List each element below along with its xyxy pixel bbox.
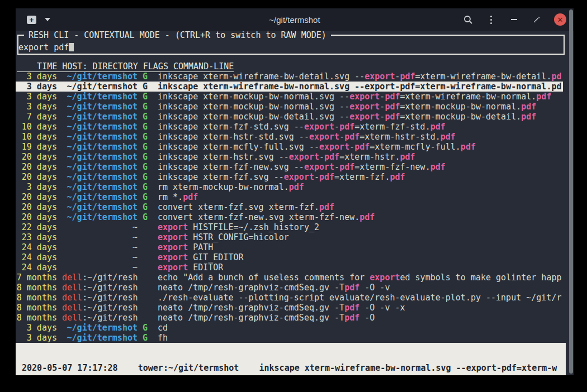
command-text: inkscape xterm-fzf.svg -- (158, 172, 284, 182)
command-match-text: pdf (385, 102, 400, 112)
row-time: 3 days (16, 182, 57, 192)
history-row[interactable]: 3 days~/git/termshotGinkscape xterm-mock… (16, 92, 563, 102)
row-command: inkscape xterm-fzf-std.svg --export-pdf=… (158, 122, 563, 132)
row-flag (143, 273, 148, 283)
command-text: echo "Add a bunch of useless comments fo… (158, 273, 370, 283)
row-command: rm xterm-mockup-bw-normal.pdf (158, 182, 563, 192)
row-time: 3 days (16, 333, 57, 343)
row-flag: G (143, 71, 148, 82)
history-row-selected[interactable]: 3 days~/git/termshotGinkscape xterm-wire… (16, 82, 563, 92)
row-command: rm *.pdf (158, 192, 563, 202)
history-row[interactable]: 22 days~export HISTFILE=~/.zsh_history_2 (16, 222, 563, 232)
command-match-text: export (319, 142, 349, 152)
maximize-button[interactable] (531, 13, 542, 26)
command-match-text: export (158, 222, 188, 232)
command-match-text: pdf (441, 132, 456, 142)
history-row[interactable]: 20 days~/git/termshotGrm *.pdf (16, 192, 563, 202)
history-row[interactable]: 3 days~/git/termshotGfh (16, 333, 563, 343)
command-text: - (319, 152, 324, 162)
minimize-button[interactable] (508, 13, 519, 26)
row-flag: G (143, 323, 148, 333)
command-text: ed symbols to make golinter happ (400, 273, 561, 283)
history-row[interactable]: 20 days~/git/termshotGinkscape xterm-hst… (16, 152, 563, 162)
row-host-directory: ~/git/termshot (62, 162, 138, 172)
history-row[interactable]: 20 days~/git/termshotGconvert xterm-fzf-… (16, 212, 563, 222)
command-text: neato /tmp/resh-graphviz-cmdSeq.gv -T (158, 283, 344, 293)
row-command: convert xterm-fzf.svg xterm-fzf.pdf (158, 202, 563, 212)
close-button[interactable]: ✕ (554, 13, 566, 26)
row-host-directory: ~ (62, 232, 138, 242)
command-text: inkscape xterm-mcfly-full.svg -- (158, 142, 319, 152)
history-row[interactable]: 3 days~/git/termshotGcd (16, 323, 563, 333)
row-host-directory: ~/git/termshot (62, 202, 138, 212)
command-text: inkscape xterm-hstr.svg -- (158, 152, 289, 162)
row-command: neato /tmp/resh-graphviz-cmdSeq.gv -Tpdf… (158, 313, 563, 323)
new-tab-icon[interactable]: + (27, 16, 36, 24)
history-row[interactable]: 20 days~/git/termshotGinkscape xterm-fzf… (16, 172, 563, 182)
row-time: 7 months (16, 273, 57, 283)
row-directory: ~/git/termshot (67, 122, 138, 132)
history-row[interactable]: 3 days~/git/termshotGinkscape xterm-wire… (16, 71, 563, 82)
history-row[interactable]: 10 days~/git/termshotGinkscape xterm-hst… (16, 132, 563, 142)
row-command: inkscape xterm-wireframe-bw-normal.svg -… (158, 82, 563, 92)
chevron-down-icon[interactable] (45, 18, 50, 21)
row-command: export PATH (158, 242, 563, 252)
command-text: =xterm-wireframe-bw-normal. (400, 92, 536, 102)
history-row[interactable]: 3 days~/git/termshotGrm xterm-mockup-bw-… (16, 182, 563, 192)
row-flag: G (143, 172, 148, 182)
row-host-directory: dell:~/git/resh (62, 293, 138, 303)
command-match-text: pdf (390, 172, 405, 182)
history-row[interactable]: 23 days~export HSTR_CONFIG=hicolor (16, 232, 563, 242)
row-command: inkscape xterm-mockup-bw-normal.svg --ex… (158, 102, 563, 112)
command-match-text: pdf (324, 152, 339, 162)
row-command: neato /tmp/resh-graphviz-cmdSeq.gv -Tpdf… (158, 283, 563, 293)
history-row[interactable]: 7 monthsdell:~/git/reshecho "Add a bunch… (16, 273, 563, 283)
history-row[interactable]: 8 monthsdell:~/git/reshneato /tmp/resh-g… (16, 283, 563, 293)
command-text: GIT_EDITOR (188, 252, 243, 262)
history-row[interactable]: 20 days~/git/termshotGinkscape xterm-fzf… (16, 162, 563, 172)
history-row[interactable]: 24 days~export GIT_EDITOR (16, 252, 563, 262)
command-text: - (339, 132, 344, 142)
history-row[interactable]: 24 days~export PATH (16, 242, 563, 252)
row-host-directory: ~/git/termshot (62, 182, 138, 192)
command-text: =xterm-mcfly-full. (370, 142, 461, 152)
row-directory: :~/git/resh (82, 273, 138, 283)
menu-kebab-icon[interactable] (485, 13, 496, 26)
command-match-text: pdf (400, 71, 415, 82)
row-command: inkscape xterm-mcfly-full.svg --export-p… (158, 142, 563, 152)
history-row[interactable]: 8 monthsdell:~/git/resh./resh-evaluate -… (16, 293, 563, 303)
history-row[interactable]: 10 days~/git/termshotGinkscape xterm-fzf… (16, 122, 563, 132)
row-flag: G (143, 333, 148, 343)
search-input[interactable]: export pdf (18, 42, 74, 52)
row-directory: :~/git/resh (82, 303, 138, 313)
search-box-legend: RESH CLI - CONTEXTUAL MODE - (CTRL+R to … (24, 31, 331, 40)
history-row[interactable]: 3 days~/git/termshotGinkscape xterm-mock… (16, 102, 563, 112)
command-text: - (349, 142, 354, 152)
row-flag: G (143, 202, 148, 212)
command-text: =xterm-mockup-bw-detail. (400, 112, 521, 122)
history-row[interactable]: 8 monthsdell:~/git/reshneato /tmp/resh-g… (16, 313, 563, 323)
row-host-directory: ~/git/termshot (62, 172, 138, 182)
command-text: convert xterm-fzf-new.svg xterm-fzf-new. (158, 212, 359, 222)
command-match-text: pdf (339, 162, 354, 172)
row-directory: ~/git/termshot (67, 162, 138, 172)
row-time: 20 days (16, 192, 57, 202)
row-command: export EDITOR (158, 262, 563, 273)
command-match-text: pdf (319, 202, 334, 212)
row-flag: G (143, 162, 148, 172)
command-text: - (334, 122, 339, 132)
row-host-directory: ~ (62, 252, 138, 262)
command-text: fh (158, 333, 168, 343)
history-row[interactable]: 7 days~/git/termshotGinkscape xterm-mock… (16, 112, 563, 122)
search-box[interactable]: RESH CLI - CONTEXTUAL MODE - (CTRL+R to … (17, 35, 565, 55)
history-row[interactable]: 24 days~export EDITOR (16, 262, 563, 273)
scrollbar[interactable] (569, 9, 573, 374)
command-text: rm *. (158, 192, 183, 202)
search-icon[interactable] (462, 13, 474, 26)
row-time: 8 months (16, 303, 57, 313)
row-host-directory: ~/git/termshot (62, 132, 138, 142)
command-text: ./resh-evaluate --plotting-script evalua… (158, 293, 561, 303)
history-row[interactable]: 20 days~/git/termshotGconvert xterm-fzf.… (16, 202, 563, 212)
history-row[interactable]: 19 days~/git/termshotGinkscape xterm-mcf… (16, 142, 563, 152)
history-row[interactable]: 8 monthsdell:~/git/reshneato /tmp/resh-g… (16, 303, 563, 313)
